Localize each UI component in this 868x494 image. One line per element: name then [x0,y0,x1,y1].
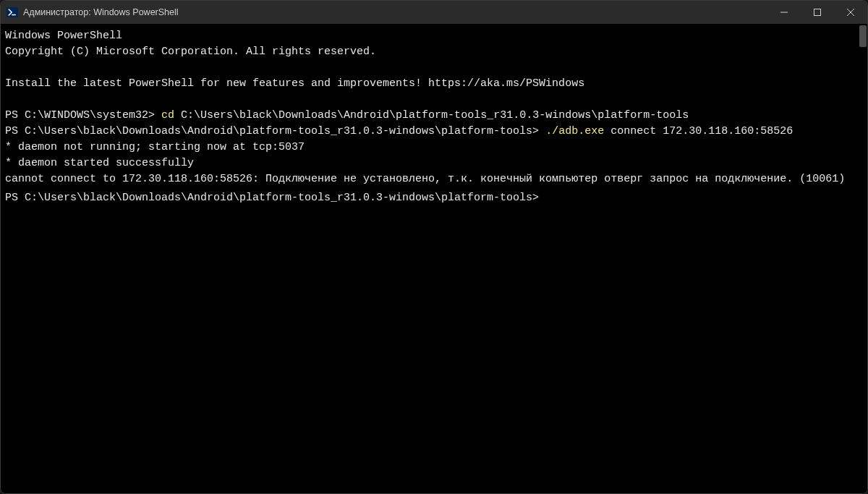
terminal-text: PS C:\Users\black\Downloads\Android\plat… [5,192,545,204]
terminal-text: Windows PowerShell [5,30,122,42]
window-controls [767,1,867,24]
terminal-line [5,60,856,76]
terminal-text: * daemon not running; starting now at tc… [5,141,305,153]
terminal-text: C:\Users\black\Downloads\Android\platfor… [181,109,689,122]
terminal-line: * daemon started successfully [5,156,856,171]
window-title: Администратор: Windows PowerShell [23,7,179,17]
terminal-area: Windows PowerShellCopyright (C) Microsof… [1,24,867,493]
terminal-line: cannot connect to 172.30.118.160:58526: … [5,171,856,187]
powershell-window: Администратор: Windows PowerShell Window… [0,0,868,494]
window-titlebar[interactable]: Администратор: Windows PowerShell [1,1,867,24]
svg-rect-3 [814,9,821,16]
terminal-text: Install the latest PowerShell for new fe… [5,77,584,90]
close-button[interactable] [834,1,867,24]
terminal-text: PS C:\Users\black\Downloads\Android\plat… [5,125,545,137]
terminal-text: PS C:\WINDOWS\system32> [5,109,161,122]
minimize-button[interactable] [767,1,801,24]
terminal-line: Install the latest PowerShell for new fe… [5,76,856,92]
terminal-line: PS C:\WINDOWS\system32> cd C:\Users\blac… [5,108,856,124]
titlebar-left: Администратор: Windows PowerShell [1,7,179,18]
scrollbar-thumb[interactable] [859,25,867,47]
terminal-line: * daemon not running; starting now at tc… [5,140,856,156]
terminal-line: Copyright (C) Microsoft Corporation. All… [5,44,856,60]
scrollbar-track[interactable] [859,24,867,493]
terminal-text: * daemon started successfully [5,157,194,169]
terminal-text: Copyright (C) Microsoft Corporation. All… [5,46,376,58]
command-token: ./adb.exe [545,125,610,137]
terminal-line: PS C:\Users\black\Downloads\Android\plat… [5,124,856,140]
terminal-line: Windows PowerShell [5,28,856,44]
terminal-line: PS C:\Users\black\Downloads\Android\plat… [5,187,856,206]
command-token: cd [161,109,181,122]
terminal-text: connect 172.30.118.160:58526 [610,125,793,137]
terminal-text: cannot connect to 172.30.118.160:58526: … [5,173,845,185]
powershell-icon [7,7,18,18]
terminal-output[interactable]: Windows PowerShellCopyright (C) Microsof… [1,24,859,493]
terminal-line [5,92,856,108]
maximize-button[interactable] [801,1,834,24]
